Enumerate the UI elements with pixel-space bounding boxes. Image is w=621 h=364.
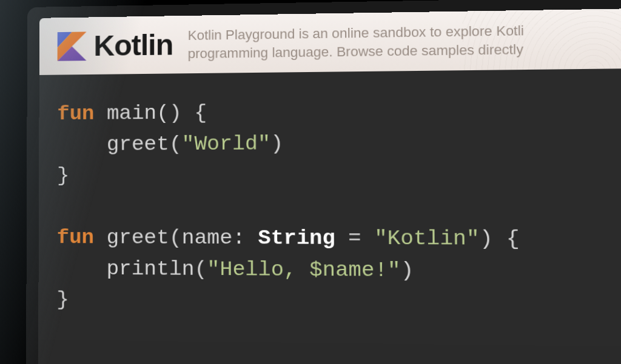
keyword-fun: fun xyxy=(57,226,94,249)
paren-close: ) xyxy=(270,132,283,156)
call-println: println xyxy=(106,257,194,281)
string-template: $name xyxy=(309,259,374,283)
brand-logo-group: Kotlin xyxy=(58,28,173,62)
playground-tagline: Kotlin Playground is an online sandbox t… xyxy=(188,19,621,62)
equals: = xyxy=(335,227,375,250)
paren-close: ) xyxy=(400,259,414,282)
string-world: "World" xyxy=(182,132,271,156)
brace-close: } xyxy=(56,288,69,311)
parens: () xyxy=(156,102,181,125)
kotlin-logo-icon xyxy=(58,31,87,61)
call-greet: greet xyxy=(107,133,169,156)
indent xyxy=(56,257,106,281)
paren-open: ( xyxy=(169,133,182,156)
indent xyxy=(57,133,107,156)
string-hello-post: !" xyxy=(374,259,400,283)
brace-open: { xyxy=(194,102,207,125)
brace-close: } xyxy=(57,164,69,187)
colon: : xyxy=(232,227,258,250)
string-default: "Kotlin" xyxy=(374,227,480,251)
paren-close: ) xyxy=(480,227,493,251)
paren-open: ( xyxy=(195,258,207,282)
function-name: main xyxy=(107,102,156,125)
tagline-line1: Kotlin Playground is an online sandbox t… xyxy=(188,23,525,43)
brace-open: { xyxy=(492,227,519,251)
playground-header: Kotlin Kotlin Playground is an online sa… xyxy=(39,8,621,75)
tagline-line2: programming language. Browse code sample… xyxy=(188,41,524,61)
function-name-greet: greet xyxy=(107,227,169,250)
keyword-fun: fun xyxy=(57,102,94,125)
paren-open: ( xyxy=(169,227,182,250)
param-name: name xyxy=(182,227,233,250)
type-string: String xyxy=(258,227,335,250)
code-editor[interactable]: fun main() { greet("World") } fun greet(… xyxy=(38,68,621,348)
screen: Kotlin Kotlin Playground is an online sa… xyxy=(38,8,621,364)
brand-name: Kotlin xyxy=(93,28,173,62)
string-hello-pre: "Hello, xyxy=(207,258,309,282)
